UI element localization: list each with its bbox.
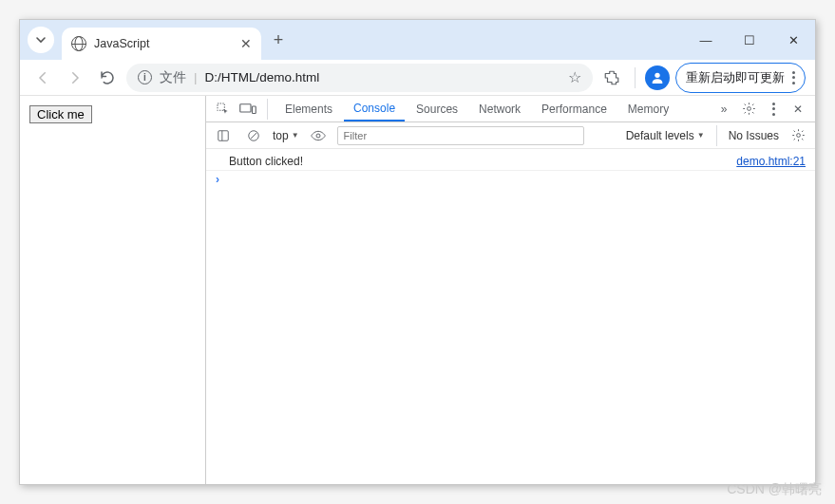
filter-wrap (337, 126, 584, 145)
console-output: Button clicked! demo.html:21 › (206, 149, 815, 484)
clear-console-icon[interactable] (242, 124, 265, 147)
devtools-close-icon[interactable]: ✕ (787, 98, 809, 121)
tab-network[interactable]: Network (469, 96, 530, 121)
address-bar: i 文件 | D:/HTML/demo.html ☆ 重新启动即可更新 (20, 60, 815, 96)
console-prompt[interactable]: › (206, 171, 815, 188)
reload-button[interactable] (94, 65, 121, 91)
tab-performance[interactable]: Performance (532, 96, 617, 121)
nav-forward-button[interactable] (62, 65, 88, 91)
svg-rect-3 (253, 106, 256, 114)
svg-rect-5 (218, 130, 229, 140)
tab-console[interactable]: Console (344, 96, 405, 121)
filter-input[interactable] (337, 126, 584, 145)
omnibox[interactable]: i 文件 | D:/HTML/demo.html ☆ (126, 64, 593, 92)
devtools-tabbar: Elements Console Sources Network Perform… (206, 96, 815, 122)
context-selector[interactable]: top ▼ (273, 129, 299, 142)
separator (716, 125, 717, 146)
tab-elements[interactable]: Elements (275, 96, 342, 121)
svg-point-9 (316, 134, 320, 138)
log-row: Button clicked! demo.html:21 (206, 153, 815, 171)
extensions-button[interactable] (598, 65, 625, 91)
context-label: top (273, 129, 289, 142)
console-settings-gear-icon[interactable] (787, 124, 809, 147)
svg-point-4 (747, 107, 750, 111)
nav-back-button[interactable] (29, 65, 56, 91)
tabs-dropdown-button[interactable] (28, 27, 54, 53)
live-expression-eye-icon[interactable] (307, 124, 330, 147)
browser-window: JavaScript ✕ + — ☐ ✕ i 文件 | D:/HTML/demo… (19, 19, 816, 485)
tab-title: JavaScript (94, 37, 149, 50)
log-message: Button clicked! (229, 155, 303, 168)
tab-sources[interactable]: Sources (407, 96, 467, 121)
click-me-button[interactable]: Click me (29, 105, 92, 123)
log-levels-selector[interactable]: Default levels ▼ (626, 129, 705, 142)
update-label: 重新启动即可更新 (686, 69, 785, 86)
dropdown-triangle-icon: ▼ (292, 131, 299, 140)
window-close-button[interactable]: ✕ (771, 20, 815, 60)
url-separator: | (194, 70, 198, 84)
update-restart-button[interactable]: 重新启动即可更新 (675, 63, 806, 93)
url-text: D:/HTML/demo.html (205, 70, 320, 84)
svg-point-0 (655, 72, 659, 77)
devtools-panel: Elements Console Sources Network Perform… (205, 96, 815, 484)
dropdown-triangle-icon: ▼ (697, 131, 705, 140)
svg-line-8 (251, 132, 257, 139)
more-tabs-icon[interactable]: » (712, 98, 735, 121)
device-toolbar-icon[interactable] (237, 98, 259, 121)
toggle-sidebar-icon[interactable] (212, 124, 235, 147)
rendered-page: Click me (20, 96, 205, 484)
tab-memory[interactable]: Memory (618, 96, 678, 121)
tab-close-button[interactable]: ✕ (240, 36, 252, 51)
log-source-link[interactable]: demo.html:21 (736, 155, 806, 168)
kebab-menu-icon (792, 71, 795, 84)
titlebar: JavaScript ✕ + — ☐ ✕ (20, 20, 815, 60)
profile-avatar-button[interactable] (645, 65, 670, 90)
globe-icon (71, 36, 86, 51)
console-toolbar: top ▼ Default levels ▼ No Issues (206, 122, 815, 149)
svg-rect-2 (240, 103, 251, 111)
separator (635, 67, 636, 88)
separator (267, 99, 268, 120)
levels-label: Default levels (626, 129, 694, 142)
new-tab-button[interactable]: + (265, 27, 292, 53)
bookmark-star-icon[interactable]: ☆ (568, 68, 581, 86)
site-info-icon[interactable]: i (138, 70, 152, 84)
inspect-element-icon[interactable] (212, 98, 235, 121)
window-maximize-button[interactable]: ☐ (728, 20, 771, 60)
browser-tab[interactable]: JavaScript ✕ (62, 28, 261, 60)
content-area: Click me Elements Console Sources Networ… (20, 96, 815, 484)
window-minimize-button[interactable]: — (684, 20, 728, 60)
svg-point-10 (796, 134, 800, 138)
url-scheme-label: 文件 (160, 69, 186, 86)
issues-label[interactable]: No Issues (729, 129, 779, 142)
settings-gear-icon[interactable] (737, 98, 760, 121)
devtools-menu-icon[interactable] (762, 98, 785, 121)
